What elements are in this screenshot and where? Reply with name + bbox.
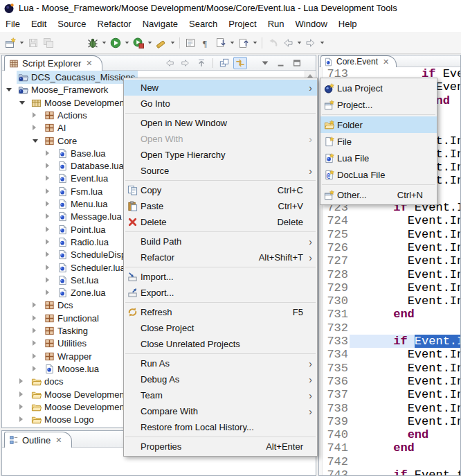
menubar-item-help[interactable]: Help xyxy=(333,17,363,32)
code-line[interactable]: Event xyxy=(435,80,460,94)
line-number[interactable]: 741 xyxy=(323,441,348,455)
chevron-collapsed-icon[interactable] xyxy=(46,239,49,245)
context-menu-item-export[interactable]: Export... xyxy=(124,285,317,301)
dropdown-arrow-icon[interactable] xyxy=(146,35,154,51)
menubar-item-source[interactable]: Source xyxy=(52,17,91,32)
tab-script-explorer[interactable]: Script Explorer ✕ xyxy=(4,55,102,71)
context-menu-item-compare-with[interactable]: Compare With› xyxy=(124,403,317,419)
dropdown-arrow-icon[interactable] xyxy=(228,35,236,51)
code-line[interactable]: Event.In xyxy=(408,268,460,281)
chevron-collapsed-icon[interactable] xyxy=(46,252,49,257)
new-submenu-item-lua-project[interactable]: Lua Project xyxy=(320,80,437,96)
context-menu-item-close-project[interactable]: Close Project xyxy=(124,320,317,336)
code-line[interactable]: Event.In xyxy=(408,294,460,308)
chevron-collapsed-icon[interactable] xyxy=(33,328,36,333)
line-number[interactable]: 726 xyxy=(323,241,348,254)
new-submenu-item-folder[interactable]: Folder xyxy=(320,116,437,133)
panel-forward-icon[interactable] xyxy=(179,57,192,69)
dropdown-arrow-icon[interactable] xyxy=(100,35,108,51)
chevron-expanded-icon[interactable] xyxy=(19,101,25,105)
line-number[interactable]: 730 xyxy=(323,294,348,308)
mark-occurrences-icon[interactable] xyxy=(183,35,198,51)
tab-core-event[interactable]: Core.Event ✕ xyxy=(320,55,397,67)
chevron-collapsed-icon[interactable] xyxy=(46,227,49,232)
line-number[interactable]: 734 xyxy=(323,348,348,361)
chevron-collapsed-icon[interactable] xyxy=(46,290,49,295)
up-icon[interactable] xyxy=(195,57,208,69)
prev-annotation-icon[interactable] xyxy=(236,35,251,51)
marker-icon[interactable] xyxy=(154,35,169,51)
new-submenu-item-other[interactable]: Other...Ctrl+N xyxy=(320,186,437,203)
chevron-expanded-icon[interactable] xyxy=(6,88,12,91)
code-line[interactable]: Event.In xyxy=(408,348,460,361)
chevron-collapsed-icon[interactable] xyxy=(33,125,36,130)
code-line[interactable]: Event.In xyxy=(408,388,460,401)
chevron-collapsed-icon[interactable] xyxy=(46,163,49,168)
context-menu-item-restore-from-local-history[interactable]: Restore from Local History... xyxy=(124,419,317,435)
dropdown-arrow-icon[interactable] xyxy=(251,35,259,51)
chevron-collapsed-icon[interactable] xyxy=(46,277,49,283)
context-menu-item-open-in-new-window[interactable]: Open in New Window xyxy=(124,115,317,131)
back-icon[interactable] xyxy=(280,35,296,51)
maximize-icon[interactable] xyxy=(290,57,304,69)
context-menu-item-go-into[interactable]: Go Into xyxy=(124,96,317,112)
context-menu-item-team[interactable]: Team› xyxy=(124,387,317,403)
code-line[interactable]: if Event.ta xyxy=(393,468,460,475)
next-annotation-icon[interactable] xyxy=(213,35,228,51)
new-submenu-item-lua-file[interactable]: Lua File xyxy=(320,150,437,166)
menubar-item-search[interactable]: Search xyxy=(183,17,223,32)
line-number[interactable]: 732 xyxy=(323,321,348,335)
new-submenu-item-file[interactable]: File xyxy=(320,133,437,150)
menubar-item-window[interactable]: Window xyxy=(290,17,333,32)
line-number[interactable]: 733 xyxy=(323,335,348,348)
chevron-collapsed-icon[interactable] xyxy=(19,378,23,384)
close-icon[interactable]: ✕ xyxy=(383,58,389,67)
menubar-item-run[interactable]: Run xyxy=(262,17,290,32)
chevron-collapsed-icon[interactable] xyxy=(33,340,36,346)
forward-icon[interactable] xyxy=(303,35,318,51)
context-menu-item-build-path[interactable]: Build Path› xyxy=(124,233,317,249)
link-editor-icon[interactable] xyxy=(233,57,247,69)
code-line[interactable]: end xyxy=(408,428,429,441)
line-number[interactable]: 724 xyxy=(323,214,348,227)
menubar-item-file[interactable]: File xyxy=(0,17,26,32)
line-number[interactable]: 735 xyxy=(323,362,348,375)
chevron-collapsed-icon[interactable] xyxy=(46,201,49,206)
line-number[interactable]: 729 xyxy=(323,281,348,294)
chevron-collapsed-icon[interactable] xyxy=(19,391,23,397)
dropdown-arrow-icon[interactable] xyxy=(318,35,326,51)
context-menu-item-debug-as[interactable]: Debug As› xyxy=(124,371,317,387)
line-number[interactable]: 743 xyxy=(323,468,348,475)
show-whitespace-icon[interactable]: ¶ xyxy=(198,35,213,51)
line-number[interactable]: 725 xyxy=(323,228,348,241)
line-number[interactable]: 738 xyxy=(323,402,348,415)
chevron-collapsed-icon[interactable] xyxy=(46,150,49,156)
context-menu-item-properties[interactable]: PropertiesAlt+Enter xyxy=(124,439,317,455)
view-menu-icon[interactable] xyxy=(258,57,272,69)
chevron-expanded-icon[interactable] xyxy=(33,139,38,143)
panel-back-icon[interactable] xyxy=(163,57,177,69)
minimize-icon[interactable] xyxy=(274,57,288,69)
line-number[interactable]: 740 xyxy=(323,428,348,441)
chevron-collapsed-icon[interactable] xyxy=(46,265,49,270)
new-wizard-icon[interactable] xyxy=(3,35,18,51)
dropdown-arrow-icon[interactable] xyxy=(123,35,131,51)
line-number[interactable]: 731 xyxy=(323,308,348,321)
run-icon[interactable] xyxy=(108,35,123,51)
code-line[interactable]: Event.In xyxy=(408,415,460,428)
context-menu-item-source[interactable]: Source› xyxy=(124,163,317,179)
code-line[interactable]: end xyxy=(393,441,415,455)
chevron-collapsed-icon[interactable] xyxy=(33,302,36,308)
context-menu-item-open-type-hierarchy[interactable]: Open Type Hierarchy xyxy=(124,147,317,163)
dropdown-arrow-icon[interactable] xyxy=(18,35,26,51)
chevron-collapsed-icon[interactable] xyxy=(19,404,23,409)
menubar-item-project[interactable]: Project xyxy=(223,17,262,32)
code-line[interactable]: Event.In xyxy=(408,402,460,415)
close-icon[interactable]: ✕ xyxy=(55,436,62,445)
line-number[interactable]: 742 xyxy=(323,455,348,468)
code-line[interactable]: Event.In xyxy=(408,281,460,294)
new-submenu-item-doclua-file[interactable]: @DocLua File xyxy=(320,166,437,183)
chevron-collapsed-icon[interactable] xyxy=(33,315,36,321)
collapse-all-icon[interactable] xyxy=(217,57,231,69)
chevron-collapsed-icon[interactable] xyxy=(33,353,36,359)
